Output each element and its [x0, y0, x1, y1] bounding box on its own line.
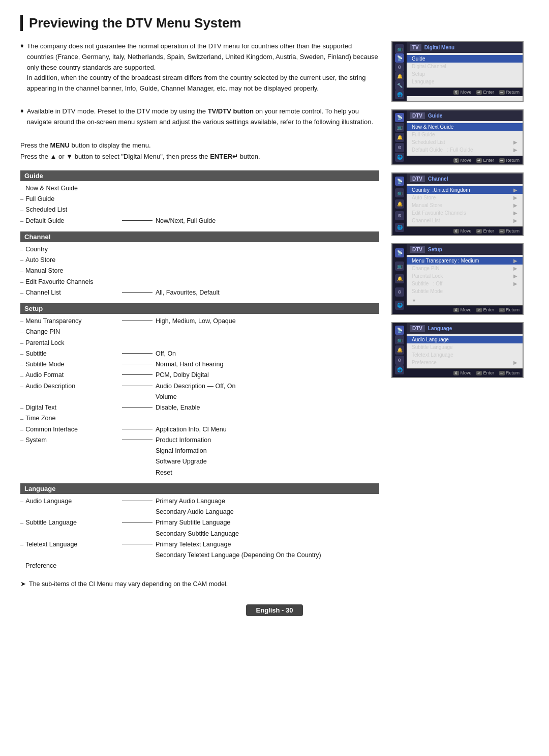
tv-icon-gear-4: ⚙: [395, 287, 404, 297]
tv-footer-move-2: ⇕Move: [453, 158, 471, 163]
tv-screen-3: 📡 📺 🔔 ⚙ 🌐 DTV Channel Country :United Ki…: [391, 172, 524, 236]
tv-body-1: 📺 📡 ⚙ 🔔 🔧 🌐 TV Digital Menu Guide Digita…: [392, 42, 523, 101]
tv-footer-enter-2: ↵Enter: [476, 158, 494, 163]
tv-menu-item: Preference▶: [407, 359, 523, 366]
tv-icon-sat: 📡: [395, 53, 404, 63]
tv-footer-return: ↩Return: [499, 90, 520, 95]
tv-content-5: DTV Language Audio Language Subtitle Lan…: [407, 323, 523, 377]
tv-footer-return-4: ↩Return: [499, 307, 520, 312]
tv-menu-item: Change PIN▶: [407, 265, 523, 272]
tv-menu-item: Channel List▶: [407, 217, 523, 224]
tv-footer-5: ⇕Move ↵Enter ↩Return: [407, 368, 523, 377]
tv-icon-sat-2: 📡: [395, 113, 404, 122]
menu-row: –Change PIN: [20, 327, 379, 337]
menu-row: –Subtitle Off, On: [20, 348, 379, 359]
tv-header-2: DTV Guide: [407, 110, 523, 121]
menu-row: –Edit Favourite Channels: [20, 277, 379, 287]
guide-items: –Now & Next Guide –Full Guide –Scheduled…: [20, 183, 379, 226]
tv-header-5: DTV Language: [407, 323, 523, 334]
tv-menu-2: Now & Next Guide Full Guide Scheduled Li…: [407, 121, 523, 156]
tv-screen-1: 📺 📡 ⚙ 🔔 🔧 🌐 TV Digital Menu Guide Digita…: [391, 41, 524, 102]
tv-menu-item: Digital Channel: [407, 63, 523, 70]
right-column: 📺 📡 ⚙ 🔔 🔧 🌐 TV Digital Menu Guide Digita…: [391, 41, 529, 589]
tv-icon-bell-2: 🔔: [395, 133, 404, 142]
tv-label-right-4: Setup: [428, 247, 442, 252]
tv-menu-item: Country :United Kingdom▶: [407, 186, 523, 194]
press-instructions: Press the MENU button to display the men…: [20, 140, 379, 162]
tv-content-2: DTV Guide Now & Next Guide Full Guide Sc…: [407, 110, 523, 164]
menu-row: –Auto Store: [20, 255, 379, 266]
tv-menu-item: Now & Next Guide: [407, 123, 523, 131]
menu-row: –Now & Next Guide: [20, 183, 379, 194]
tv-menu-3: Country :United Kingdom▶ Auto Store▶ Man…: [407, 184, 523, 226]
tv-icon-cog: ⚙: [395, 63, 404, 72]
tv-menu-1: Guide Digital Channel Setup Language: [407, 53, 523, 88]
tv-body-2: 📡 📺 🔔 ⚙ 🌐 DTV Guide Now & Next Guide Ful…: [392, 110, 523, 164]
menu-row: –Digital Text Disable, Enable: [20, 402, 379, 413]
language-items: –Audio Language Primary Audio LanguageSe…: [20, 496, 379, 572]
bullet-1: ♦ The company does not guarantee the nor…: [20, 41, 379, 101]
bullet-2: ♦ Available in DTV mode. Preset to the D…: [20, 106, 379, 135]
tv-icon-gear-2: ⚙: [395, 143, 404, 152]
menu-row: –Time Zone: [20, 413, 379, 424]
tv-label-right-1: Digital Menu: [424, 45, 454, 50]
tv-content-3: DTV Channel Country :United Kingdom▶ Aut…: [407, 173, 523, 235]
tv-menu-item: Teletext Language: [407, 351, 523, 359]
tv-footer-4: ⇕Move ↵Enter ↩Return: [407, 305, 523, 314]
tv-icon-col-3: 📡 📺 🔔 ⚙ 🌐: [392, 173, 407, 235]
menu-row: –Teletext Language Primary Teletext Lang…: [20, 539, 379, 561]
tv-label-right-2: Guide: [428, 113, 442, 119]
guide-section: Guide –Now & Next Guide –Full Guide –Sch…: [20, 170, 379, 226]
menu-row: –System Product InformationSignal Inform…: [20, 435, 379, 478]
tv-icon-bell-3: 🔔: [395, 199, 404, 209]
language-header: Language: [20, 483, 379, 494]
menu-row: –Default Guide Now/Next, Full Guide: [20, 216, 379, 226]
page-footer: English - 30: [20, 599, 529, 616]
menu-row: –Audio Language Primary Audio LanguageSe…: [20, 496, 379, 518]
bullet-1-text: The company does not guarantee the norma…: [27, 41, 379, 94]
tv-menu-item: Default Guide : Full Guide▶: [407, 146, 523, 154]
tv-header-3: DTV Channel: [407, 173, 523, 184]
bullet-2-text: Available in DTV mode. Preset to the DTV…: [27, 106, 379, 128]
menu-row: –Channel List All, Favourites, Default: [20, 287, 379, 298]
tv-footer-1: ⇕Move ↵Enter ↩Return: [407, 88, 523, 96]
tv-icon-tv-2: 📺: [395, 123, 404, 132]
tv-footer-enter-3: ↵Enter: [476, 228, 494, 234]
tv-label-left-4: DTV: [410, 246, 425, 253]
note-content: The sub-items of the CI Menu may vary de…: [29, 579, 228, 590]
tv-menu-item: Manual Store▶: [407, 201, 523, 209]
tv-icon-sat-5: 📡: [395, 326, 404, 335]
tv-icon-flag-4: 🌐: [395, 301, 404, 310]
tv-label-left-1: TV: [410, 44, 421, 51]
main-layout: ♦ The company does not guarantee the nor…: [20, 41, 529, 589]
tv-menu-item: Subtitle Language: [407, 343, 523, 351]
tv-footer-move-4: ⇕Move: [453, 307, 471, 312]
tv-menu-4: Menu Transparency : Medium▶ Change PIN▶ …: [407, 255, 523, 297]
tv-footer-enter-5: ↵Enter: [476, 370, 494, 375]
tv-content-1: TV Digital Menu Guide Digital Channel Se…: [407, 42, 523, 101]
tv-icon-col-5: 📡 📺 🔔 ⚙ 🌐: [392, 323, 407, 377]
setup-items: –Menu Transparency High, Medium, Low, Op…: [20, 316, 379, 478]
tv-icon-tv-4: 📺: [395, 261, 404, 271]
tv-icon-col-2: 📡 📺 🔔 ⚙ 🌐: [392, 110, 407, 164]
tv-more-indicator: ▼: [407, 297, 523, 305]
menu-row: –Subtitle Mode Normal, Hard of hearing: [20, 359, 379, 370]
tv-icon-sat-3: 📡: [395, 177, 404, 186]
tv-label-right-5: Language: [428, 326, 452, 331]
menu-row: –Subtitle Language Primary Subtitle Lang…: [20, 517, 379, 539]
menu-row: –Menu Transparency High, Medium, Low, Op…: [20, 316, 379, 327]
menu-row: –Audio Description Audio Description — O…: [20, 381, 379, 403]
bullet-diamond-2: ♦: [20, 107, 24, 135]
tv-footer-return-3: ↩Return: [499, 228, 520, 234]
tv-menu-item: Edit Favourite Channels▶: [407, 209, 523, 217]
tv-icon-tv-3: 📺: [395, 188, 404, 197]
tv-footer-enter-4: ↵Enter: [476, 307, 494, 312]
tv-menu-item: Guide: [407, 55, 523, 63]
tv-header-4: DTV Setup: [407, 244, 523, 255]
tv-footer-3: ⇕Move ↵Enter ↩Return: [407, 226, 523, 235]
bullet-diamond-1: ♦: [20, 42, 24, 101]
menu-row: –Full Guide: [20, 194, 379, 205]
menu-row: –Country: [20, 244, 379, 255]
tv-footer-return-5: ↩Return: [499, 370, 520, 375]
guide-header: Guide: [20, 170, 379, 181]
